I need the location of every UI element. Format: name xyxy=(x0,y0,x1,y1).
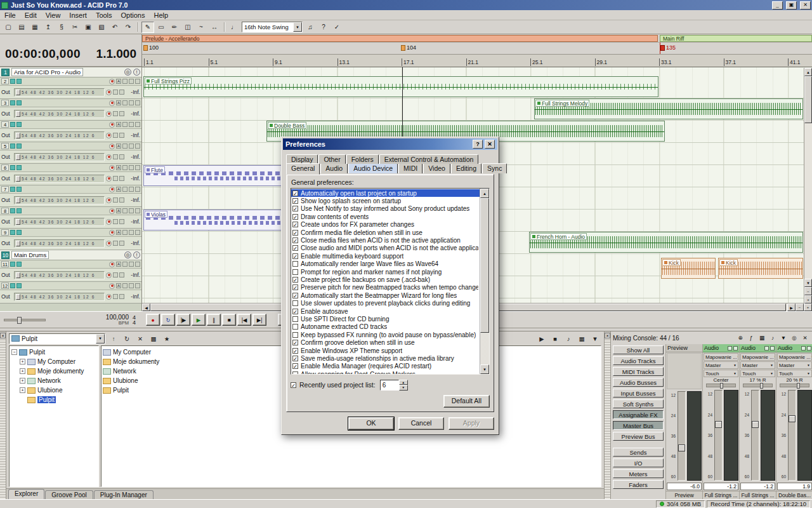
volume-fader[interactable]: 54 48 42 36 30 24 18 12 6 xyxy=(14,196,105,204)
close-button[interactable]: ✕ xyxy=(800,1,811,10)
timeline-clip[interactable]: French Horn - Audio xyxy=(529,232,803,253)
timeline-clip[interactable]: Kick xyxy=(718,258,803,279)
explorer-path-select[interactable]: Pulpit ▼ xyxy=(9,333,105,344)
volume-fader[interactable]: 54 48 42 36 30 24 18 12 6 xyxy=(14,110,105,118)
mute-icon[interactable] xyxy=(113,154,118,159)
solo-icon[interactable]: ! xyxy=(133,69,140,76)
refresh-icon[interactable]: ↻ xyxy=(121,333,133,344)
fader-thumb[interactable] xyxy=(16,294,20,300)
bus-select[interactable]: Master▼ xyxy=(704,361,738,369)
pan-thumb[interactable] xyxy=(720,383,723,389)
mute-icon[interactable] xyxy=(113,272,118,277)
solo-icon[interactable] xyxy=(129,79,134,84)
scroll-up-icon[interactable]: ▲ xyxy=(804,68,812,76)
fader-thumb[interactable] xyxy=(16,154,20,160)
pause-button[interactable]: ∥ xyxy=(207,314,221,326)
groove-pool-tool-icon[interactable]: ♩ xyxy=(228,22,240,33)
help-icon[interactable]: ? xyxy=(473,140,483,149)
timeline-marker[interactable]: 100 xyxy=(143,44,159,51)
minimize-button[interactable]: _ xyxy=(772,1,783,10)
channel-fader[interactable] xyxy=(788,390,796,481)
mute-icon[interactable] xyxy=(122,262,128,267)
channel-fader[interactable] xyxy=(678,391,686,481)
checkbox-checked[interactable]: ✓ xyxy=(292,340,298,345)
mute-icon[interactable] xyxy=(122,122,128,127)
track-row-minimized[interactable]: 9A xyxy=(0,229,141,237)
chevron-down-icon[interactable]: ▼ xyxy=(96,334,105,344)
solo-icon[interactable] xyxy=(129,262,134,267)
bus-out-row[interactable]: Out54 48 42 36 30 24 18 12 6-Inf. xyxy=(0,150,141,164)
scroll-down-icon[interactable]: ▼ xyxy=(804,279,812,287)
delete-icon[interactable]: ✕ xyxy=(134,333,147,344)
mixer-view-show-all[interactable]: Show All xyxy=(613,345,664,354)
paint-tool-icon[interactable]: ✏ xyxy=(168,22,181,33)
timeline-clip[interactable]: Full Strings Pizz xyxy=(143,76,658,97)
track-row-minimized[interactable]: 4A xyxy=(0,121,141,129)
channel-icon[interactable] xyxy=(770,346,775,351)
tab-video[interactable]: Video xyxy=(423,163,450,173)
preference-option[interactable]: ✓Draw contents of events xyxy=(291,213,480,220)
start-preview-icon[interactable]: ▶ xyxy=(535,333,548,344)
record-arm-icon[interactable] xyxy=(109,208,115,214)
volume-fader[interactable]: 54 48 42 36 30 24 18 12 6 xyxy=(14,175,105,183)
bpm-value[interactable]: 100,000 xyxy=(106,314,129,320)
tab-external-control-automation[interactable]: External Control & Automation xyxy=(379,154,479,164)
play-from-start-button[interactable]: |▶ xyxy=(176,314,190,326)
dim-output-icon[interactable]: ◎ xyxy=(789,333,799,343)
tab-audio-device[interactable]: Audio Device xyxy=(348,163,398,173)
zoom-in-track-icon[interactable]: + xyxy=(804,295,812,304)
checkbox-checked[interactable]: ✓ xyxy=(292,253,298,259)
mute-icon[interactable] xyxy=(113,294,118,299)
preference-option[interactable]: Prompt for region and marker names if no… xyxy=(291,268,480,276)
whats-this-help-icon[interactable]: ✓ xyxy=(331,22,343,33)
tree-item[interactable]: +My Computer xyxy=(11,357,97,366)
fx-icon[interactable] xyxy=(119,219,124,224)
menu-file[interactable]: File xyxy=(0,11,20,20)
record-arm-icon[interactable] xyxy=(106,154,112,160)
go-to-start-button[interactable]: |◀ xyxy=(237,314,251,326)
apply-button[interactable]: Apply xyxy=(449,417,494,430)
menu-options[interactable]: Options xyxy=(117,11,150,20)
track-name[interactable]: Aria for ACID Pro - Audio xyxy=(11,68,83,76)
render-as-icon[interactable]: ↥ xyxy=(42,22,55,33)
tree-expander[interactable]: + xyxy=(20,359,25,364)
tab-groove-pool[interactable]: Groove Pool xyxy=(45,490,93,499)
preference-option[interactable]: ✓Save media-usage relationships in activ… xyxy=(291,354,480,362)
mixer-view-master-bus[interactable]: Master Bus xyxy=(613,421,664,430)
mute-icon[interactable] xyxy=(113,197,118,203)
fx-icon[interactable] xyxy=(119,154,124,159)
preference-option[interactable]: ✓Use Net Notify to stay informed about S… xyxy=(291,205,480,213)
output-device-select[interactable]: Mapowanie ...▼ xyxy=(704,353,738,361)
menu-tools[interactable]: Tools xyxy=(91,11,117,20)
fader-thumb[interactable] xyxy=(16,197,20,203)
menu-edit[interactable]: Edit xyxy=(20,11,41,20)
checkbox-checked[interactable]: ✓ xyxy=(292,284,298,290)
fx-icon[interactable] xyxy=(135,100,140,105)
timeline-marker[interactable]: 135 xyxy=(660,44,676,51)
checkbox-checked[interactable]: ✓ xyxy=(292,222,298,227)
tree-expander[interactable]: + xyxy=(20,368,25,374)
mute-icon[interactable] xyxy=(122,144,128,149)
dialog-titlebar[interactable]: Preferences ? ✕ xyxy=(283,138,497,150)
beat-ruler[interactable]: 1.15.19.113.117.121.125.129.133.137.141.… xyxy=(142,55,812,67)
fader-thumb[interactable] xyxy=(16,241,20,246)
tab-sync[interactable]: Sync xyxy=(482,163,507,173)
explorer-tree[interactable]: −Pulpit+My Computer+Moje dokumenty+Netwo… xyxy=(9,345,99,487)
spin-down-icon[interactable]: ▼ xyxy=(399,385,408,391)
timeline-vertical-scrollbar[interactable]: ▲ ▼ − + xyxy=(804,68,812,304)
channel-icon[interactable] xyxy=(807,346,811,351)
volume-fader[interactable]: 54 48 42 36 30 24 18 12 6 xyxy=(14,88,105,97)
bus-out-row[interactable]: Out54 48 42 36 30 24 18 12 6-Inf. xyxy=(0,194,141,207)
groove-erase-tool-icon[interactable]: ♫ xyxy=(304,22,317,33)
track-name[interactable]: Main Drums xyxy=(11,251,49,259)
mixer-view-audio-busses[interactable]: Audio Busses xyxy=(613,378,664,387)
up-one-level-icon[interactable]: ↑ xyxy=(107,333,120,344)
tree-item[interactable]: +Moje dokumenty xyxy=(11,366,97,376)
fader-thumb[interactable] xyxy=(752,421,759,428)
preference-option[interactable]: ✓Enable autosave xyxy=(291,307,480,315)
automation-icon[interactable]: A xyxy=(116,230,121,235)
tab-audio[interactable]: Audio xyxy=(320,163,348,173)
channel-icon[interactable] xyxy=(764,346,769,351)
tree-item[interactable]: +Network xyxy=(11,376,97,385)
tree-item[interactable]: Pulpit xyxy=(11,395,97,404)
